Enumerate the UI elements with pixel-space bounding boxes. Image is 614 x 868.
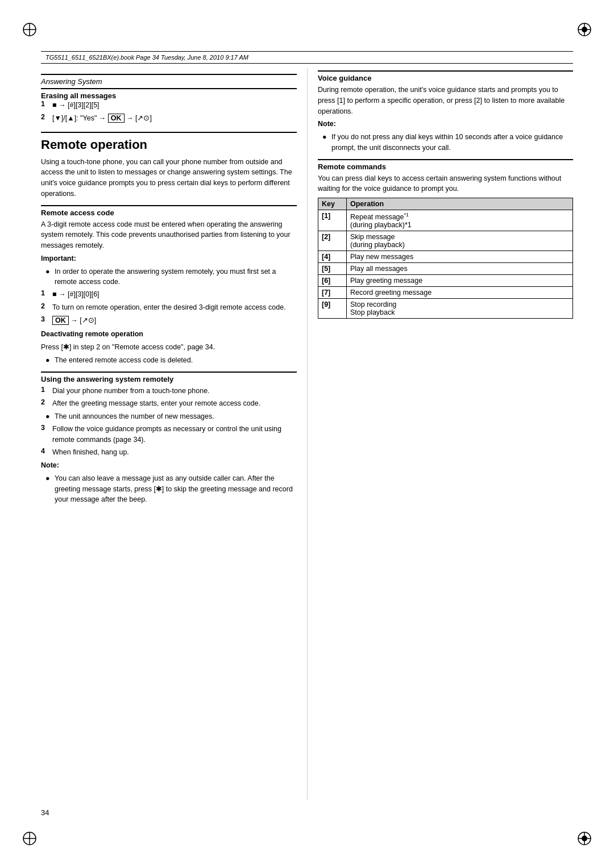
ua-note-bullet-text: You can also leave a message just as any… bbox=[55, 473, 297, 505]
table-row: [9]Stop recordingStop playback bbox=[318, 299, 573, 319]
ua-step2: 2 After the greeting message starts, ent… bbox=[41, 398, 297, 409]
header-text: TG5511_6511_6521BX(e).book Page 34 Tuesd… bbox=[45, 54, 248, 61]
table-col-operation: Operation bbox=[347, 198, 573, 210]
important-bullet-text: In order to operate the answering system… bbox=[55, 266, 297, 288]
main-title: Remote operation bbox=[41, 132, 297, 152]
vg-note-bullet: ● If you do not press any dial keys with… bbox=[322, 132, 573, 153]
remote-commands-desc: You can press dial keys to access certai… bbox=[318, 173, 573, 195]
deactivating-title: Deactivating remote operation bbox=[41, 329, 297, 340]
ua-note-label: Note: bbox=[41, 460, 297, 471]
remote-access-code-desc: A 3-digit remote access code must be ent… bbox=[41, 219, 297, 251]
using-answering-section: Using the answering system remotely 1 Di… bbox=[41, 372, 297, 506]
erasing-section: Erasing all messages 1 ■ → [#][3][2][5] … bbox=[41, 88, 297, 124]
remote-commands-title: Remote commands bbox=[318, 162, 573, 171]
remote-access-code-title: Remote access code bbox=[41, 208, 297, 217]
important-label: Important: bbox=[41, 253, 297, 264]
table-cell-key: [9] bbox=[318, 299, 347, 319]
table-cell-operation: Play greeting message bbox=[347, 275, 573, 287]
ua-note-bullet: ● You can also leave a message just as a… bbox=[45, 473, 297, 505]
reg-mark-bottom-left bbox=[22, 831, 38, 846]
table-row: [7]Record greeting message bbox=[318, 287, 573, 299]
reg-mark-bottom-right bbox=[576, 831, 592, 846]
ua-step4: 4 When finished, hang up. bbox=[41, 447, 297, 458]
table-cell-operation: Record greeting message bbox=[347, 287, 573, 299]
deactivating-desc: Press [✱] in step 2 on "Remote access co… bbox=[41, 342, 297, 353]
erasing-step2: 2 [▼]/[▲]: "Yes" → OK → [↗⊙] bbox=[41, 113, 297, 124]
erasing-step1-content: ■ → [#][3][2][5] bbox=[52, 100, 297, 111]
left-column: Answering System Erasing all messages 1 … bbox=[41, 68, 307, 800]
rac-step3-content: OK → [↗⊙] bbox=[52, 315, 297, 326]
content-area: Answering System Erasing all messages 1 … bbox=[41, 68, 573, 800]
erasing-step2-content: [▼]/[▲]: "Yes" → OK → [↗⊙] bbox=[52, 113, 297, 124]
svg-point-6 bbox=[582, 27, 587, 32]
table-cell-key: [6] bbox=[318, 275, 347, 287]
important-bullet: ● In order to operate the answering syst… bbox=[45, 266, 297, 288]
ua-step4-content: When finished, hang up. bbox=[52, 447, 297, 458]
svg-point-13 bbox=[582, 836, 587, 841]
rac-step1: 1 ■ → [#][3][0][6] bbox=[41, 289, 297, 300]
rac-step3: 3 OK → [↗⊙] bbox=[41, 315, 297, 326]
reg-mark-top-left bbox=[22, 22, 38, 37]
ua-step2-bullet-text: The unit announces the number of new mes… bbox=[55, 411, 297, 422]
remote-commands-section: Remote commands You can press dial keys … bbox=[318, 159, 573, 319]
deactivating-bullet-text: The entered remote access code is delete… bbox=[55, 355, 297, 366]
right-column: Voice guidance During remote operation, … bbox=[307, 68, 573, 800]
table-cell-key: [2] bbox=[318, 231, 347, 251]
rac-step1-content: ■ → [#][3][0][6] bbox=[52, 289, 297, 300]
commands-table: Key Operation [1]Repeat message*1(during… bbox=[318, 198, 573, 319]
intro-text: Using a touch-tone phone, you can call y… bbox=[41, 157, 297, 199]
ua-step3-content: Follow the voice guidance prompts as nec… bbox=[52, 424, 297, 445]
page-number: 34 bbox=[41, 808, 49, 817]
voice-guidance-desc: During remote operation, the unit's voic… bbox=[318, 85, 573, 116]
answering-system-header: Answering System bbox=[41, 74, 297, 86]
erasing-title: Erasing all messages bbox=[41, 91, 297, 100]
table-row: [2]Skip message(during playback) bbox=[318, 231, 573, 251]
ua-step3: 3 Follow the voice guidance prompts as n… bbox=[41, 424, 297, 445]
ua-step1-content: Dial your phone number from a touch-tone… bbox=[52, 386, 297, 397]
vg-note-label: Note: bbox=[318, 119, 573, 130]
table-row: [5]Play all messages bbox=[318, 263, 573, 275]
table-row: [1]Repeat message*1(during playback)*1 bbox=[318, 210, 573, 231]
table-cell-operation: Repeat message*1(during playback)*1 bbox=[347, 210, 573, 231]
remote-access-code-section: Remote access code A 3-digit remote acce… bbox=[41, 205, 297, 366]
table-col-key: Key bbox=[318, 198, 347, 210]
rac-step2-content: To turn on remote operation, enter the d… bbox=[52, 302, 297, 313]
page: TG5511_6511_6521BX(e).book Page 34 Tuesd… bbox=[0, 0, 614, 868]
voice-guidance-title: Voice guidance bbox=[318, 74, 573, 82]
ua-step2-bullet: ● The unit announces the number of new m… bbox=[45, 411, 297, 422]
table-cell-key: [7] bbox=[318, 287, 347, 299]
using-answering-title: Using the answering system remotely bbox=[41, 375, 297, 383]
table-cell-key: [1] bbox=[318, 210, 347, 231]
answering-system-label: Answering System bbox=[41, 77, 102, 86]
table-cell-operation: Play all messages bbox=[347, 263, 573, 275]
vg-note-bullet-text: If you do not press any dial keys within… bbox=[331, 132, 573, 153]
table-cell-operation: Play new messages bbox=[347, 251, 573, 263]
table-row: [4]Play new messages bbox=[318, 251, 573, 263]
ua-step2-content: After the greeting message starts, enter… bbox=[52, 398, 297, 409]
table-cell-operation: Skip message(during playback) bbox=[347, 231, 573, 251]
voice-guidance-section: Voice guidance During remote operation, … bbox=[318, 68, 573, 153]
table-row: [6]Play greeting message bbox=[318, 275, 573, 287]
table-cell-key: [5] bbox=[318, 263, 347, 275]
table-cell-operation: Stop recordingStop playback bbox=[347, 299, 573, 319]
rac-step2: 2 To turn on remote operation, enter the… bbox=[41, 302, 297, 313]
table-cell-key: [4] bbox=[318, 251, 347, 263]
deactivating-bullet: ● The entered remote access code is dele… bbox=[45, 355, 297, 366]
reg-mark-top-right bbox=[576, 22, 592, 37]
ua-step1: 1 Dial your phone number from a touch-to… bbox=[41, 386, 297, 397]
header-bar: TG5511_6511_6521BX(e).book Page 34 Tuesd… bbox=[41, 51, 573, 64]
erasing-step1: 1 ■ → [#][3][2][5] bbox=[41, 100, 297, 111]
